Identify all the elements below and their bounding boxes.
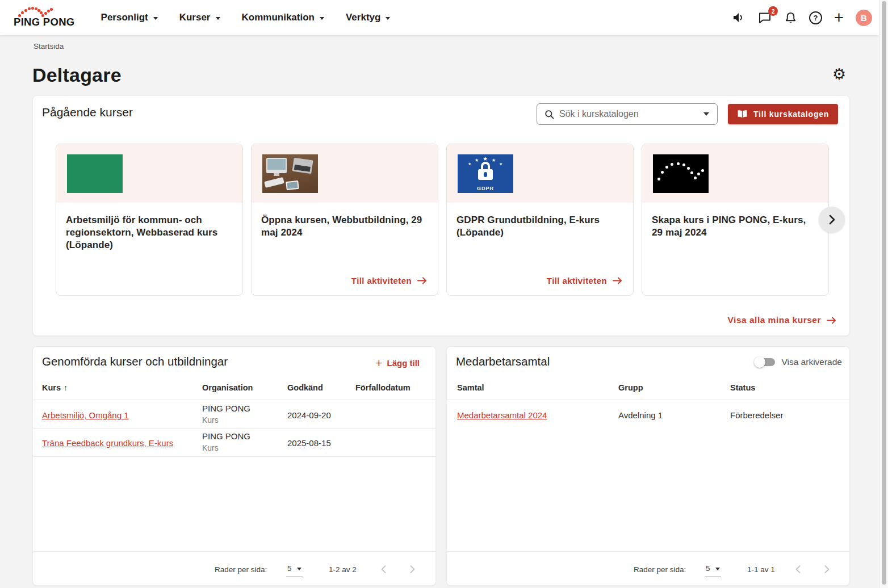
course-card-title: Öppna kursen, Webbutbildning, 29 maj 202…	[252, 203, 438, 239]
sort-ascending-icon: ↑	[64, 383, 68, 392]
plus-icon: +	[375, 359, 382, 367]
course-card[interactable]: ★ ★ ★ ★ ★ GDPR GDPR Grundutbildning, E-k…	[446, 144, 634, 296]
column-header-status: Status	[730, 383, 755, 392]
course-card-header	[56, 144, 242, 203]
messages-icon[interactable]: 2	[757, 11, 772, 24]
divider	[33, 400, 435, 400]
chevron-right-icon	[407, 564, 418, 575]
volume-icon[interactable]	[732, 11, 745, 24]
column-header-samtal: Samtal	[457, 383, 484, 392]
previous-page-button[interactable]	[791, 562, 805, 576]
course-card[interactable]: Arbetsmiljö för kommun- och regionsektor…	[56, 144, 243, 296]
gdpr-image-label: GDPR	[458, 186, 513, 191]
course-image-desk-photo	[262, 154, 318, 193]
column-header-godkand: Godkänd	[287, 383, 323, 392]
divider	[447, 551, 849, 552]
menu-kommunikation[interactable]: Kommunikation	[242, 12, 324, 23]
help-icon[interactable]: ?	[809, 11, 822, 24]
ongoing-courses-panel: Pågående kurser Till kurskatalogen Arbet…	[32, 95, 850, 336]
course-image-pingpong-dots	[653, 154, 709, 193]
show-archived-toggle[interactable]	[756, 358, 775, 366]
next-page-button[interactable]	[405, 562, 419, 576]
rows-per-page-select[interactable]: 5	[705, 562, 721, 577]
topbar-actions: 2 ? + B	[732, 10, 872, 26]
menu-verktyg[interactable]: Verktyg	[346, 12, 390, 23]
pingpong-logo[interactable]: PING PONG	[14, 7, 75, 28]
divider	[33, 456, 435, 457]
course-catalog-search[interactable]	[537, 103, 718, 125]
chevron-down-icon	[715, 568, 720, 570]
pagination: Rader per sida: 5 1-2 av 2	[33, 560, 435, 579]
course-card-title: GDPR Grundutbildning, E-kurs (Löpande)	[447, 203, 633, 239]
chevron-left-icon	[793, 564, 804, 575]
course-link[interactable]: Träna Feedback grundkurs, E-kurs	[42, 438, 173, 448]
previous-page-button[interactable]	[377, 562, 391, 576]
org-name: PING PONG	[202, 431, 250, 441]
column-header-grupp: Grupp	[618, 383, 643, 392]
pagination: Rader per sida: 5 1-1 av 1	[447, 560, 849, 579]
next-page-button[interactable]	[820, 562, 833, 576]
divider	[33, 429, 435, 429]
top-navigation-bar: PING PONG Personligt Kurser Kommunikatio…	[0, 0, 879, 35]
add-course-button[interactable]: + Lägg till	[375, 358, 420, 368]
notifications-bell-icon[interactable]	[784, 11, 797, 24]
menu-kurser[interactable]: Kurser	[179, 12, 220, 23]
add-icon[interactable]: +	[834, 12, 844, 23]
divider	[33, 551, 435, 552]
logo-dots-arc	[18, 7, 56, 16]
menu-personligt[interactable]: Personligt	[101, 12, 158, 23]
chevron-down-icon	[386, 17, 390, 20]
gear-icon[interactable]: ⚙	[832, 67, 846, 82]
chevron-down-icon	[216, 17, 220, 20]
approved-date: 2025-08-15	[287, 438, 331, 448]
chevron-down-icon	[320, 17, 324, 20]
breadcrumb[interactable]: Startsida	[33, 42, 64, 51]
to-activity-link[interactable]: Till aktiviteten	[547, 276, 623, 285]
course-card-header	[642, 144, 828, 203]
course-card-title: Arbetsmiljö för kommun- och regionsektor…	[56, 203, 242, 251]
to-activity-link[interactable]: Till aktiviteten	[351, 276, 428, 285]
show-all-courses-link[interactable]: Visa alla mina kurser	[728, 315, 837, 325]
divider	[447, 400, 849, 400]
carousel-next-button[interactable]	[819, 207, 845, 233]
chevron-right-icon	[821, 564, 832, 575]
user-avatar[interactable]: B	[856, 10, 872, 26]
search-input[interactable]	[559, 109, 703, 119]
scrollbar-thumb[interactable]	[882, 1, 886, 585]
chevron-down-icon	[297, 568, 301, 570]
course-image-gdpr: ★ ★ ★ ★ ★ GDPR	[458, 154, 513, 193]
pagination-range: 1-1 av 1	[747, 565, 775, 574]
search-dropdown-caret-icon[interactable]	[703, 112, 709, 116]
rows-per-page-label: Rader per sida:	[634, 565, 686, 574]
arrow-right-icon	[417, 276, 428, 285]
org-name: PING PONG	[202, 404, 250, 413]
ongoing-courses-title: Pågående kurser	[42, 106, 133, 119]
arrow-right-icon	[826, 316, 837, 325]
to-course-catalog-button[interactable]: Till kurskatalogen	[728, 104, 838, 124]
column-header-forfallodatum: Förfallodatum	[355, 383, 411, 392]
rows-per-page-select[interactable]: 5	[286, 562, 303, 577]
pagination-range: 1-2 av 2	[329, 565, 357, 574]
course-card-header: ★ ★ ★ ★ ★ GDPR	[447, 144, 633, 203]
chevron-left-icon	[378, 564, 389, 575]
course-card[interactable]: Skapa kurs i PING PONG, E-kurs, 29 maj 2…	[642, 144, 829, 296]
toggle-knob[interactable]	[754, 356, 765, 368]
search-icon	[544, 109, 555, 120]
show-archived-toggle-group: Visa arkiverade	[756, 357, 842, 367]
course-card-title: Skapa kurs i PING PONG, E-kurs, 29 maj 2…	[642, 203, 828, 239]
main-menu: Personligt Kurser Kommunikation Verktyg	[101, 12, 391, 23]
rows-per-page-label: Rader per sida:	[215, 565, 267, 574]
column-header-kurs[interactable]: Kurs ↑	[42, 383, 68, 392]
org-type: Kurs	[202, 415, 250, 425]
course-card[interactable]: Öppna kursen, Webbutbildning, 29 maj 202…	[251, 144, 438, 296]
review-link[interactable]: Medarbetarsamtal 2024	[457, 410, 547, 420]
course-card-header	[252, 144, 438, 203]
org-type: Kurs	[202, 443, 250, 452]
chevron-down-icon	[153, 17, 158, 20]
employee-reviews-title: Medarbetarsamtal	[456, 355, 550, 368]
toggle-label: Visa arkiverade	[781, 357, 842, 367]
column-header-organisation: Organisation	[202, 383, 253, 392]
course-link[interactable]: Arbetsmiljö, Omgång 1	[42, 410, 129, 420]
employee-reviews-panel: Medarbetarsamtal Visa arkiverade Samtal …	[446, 346, 850, 586]
vertical-scrollbar[interactable]	[879, 0, 888, 588]
